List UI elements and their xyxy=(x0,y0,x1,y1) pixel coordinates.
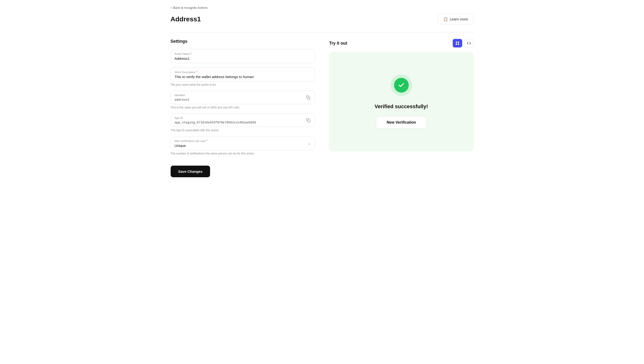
short-description-hint: Tell your users what the action is for. xyxy=(171,83,315,86)
back-link-label: Back to Incognito Actions xyxy=(173,6,207,10)
max-verifications-value: Unique xyxy=(175,144,186,148)
svg-rect-1 xyxy=(308,120,310,122)
short-description-input[interactable] xyxy=(175,75,311,79)
max-verifications-hint: The number of verifications the same per… xyxy=(171,152,315,155)
save-changes-button[interactable]: Save Changes xyxy=(171,166,210,177)
svg-rect-0 xyxy=(308,97,310,99)
learn-more-button[interactable]: 📋 Learn more xyxy=(438,14,474,24)
short-description-required: * xyxy=(196,70,197,74)
verified-card: Verified successfully! New Verification xyxy=(329,52,474,152)
max-verifications-required: * xyxy=(206,139,208,142)
action-name-box: Action Name * xyxy=(171,49,315,63)
check-circle-inner xyxy=(394,78,409,92)
back-link[interactable]: ‹ Back to Incognito Actions xyxy=(171,6,474,10)
app-id-hint: The App ID associated with this action xyxy=(171,128,315,132)
check-circle-outer xyxy=(391,74,412,96)
settings-section: Settings Action Name * Short Description… xyxy=(171,39,315,177)
app-id-input[interactable] xyxy=(175,121,311,124)
max-verifications-select[interactable]: Max verifications per user * Unique ⌄ xyxy=(171,136,315,150)
identifier-input[interactable] xyxy=(175,98,311,102)
svg-rect-4 xyxy=(456,44,457,45)
back-arrow-icon: ‹ xyxy=(171,6,172,10)
copy-icon xyxy=(306,96,310,100)
copy-icon xyxy=(306,118,310,122)
svg-rect-2 xyxy=(456,42,457,43)
identifier-label: Identifier xyxy=(175,94,311,96)
action-name-input[interactable] xyxy=(175,56,311,60)
short-description-label: Short Description * xyxy=(175,70,311,74)
learn-more-label: Learn more xyxy=(450,17,468,21)
app-id-group: App ID The App ID associated with this a… xyxy=(171,114,315,132)
svg-rect-3 xyxy=(458,42,459,43)
app-id-box: App ID xyxy=(171,114,315,127)
verified-title: Verified successfully! xyxy=(374,104,428,110)
section-divider xyxy=(171,32,474,32)
try-panel: Try it out xyxy=(329,39,474,152)
app-id-label: App ID xyxy=(175,116,311,119)
checkmark-icon xyxy=(398,82,405,88)
learn-more-icon: 📋 xyxy=(443,17,448,21)
chevron-down-icon: ⌄ xyxy=(308,142,311,145)
action-name-required: * xyxy=(191,52,192,56)
identifier-hint: This is the value you will use in IDKit … xyxy=(171,106,315,109)
identifier-box: Identifier xyxy=(171,91,315,104)
identifier-group: Identifier This is the value you will us… xyxy=(171,91,315,109)
action-name-group: Action Name * xyxy=(171,49,315,63)
page-title: Address1 xyxy=(171,16,201,23)
max-verifications-label: Max verifications per user * xyxy=(175,139,311,142)
main-layout: Settings Action Name * Short Description… xyxy=(171,39,474,177)
short-description-box: Short Description * xyxy=(171,68,315,82)
page-header: Address1 📋 Learn more xyxy=(171,14,474,24)
try-view-toggles xyxy=(453,39,474,48)
try-code-view-button[interactable] xyxy=(464,39,474,48)
try-title: Try it out xyxy=(329,41,347,46)
max-verifications-group: Max verifications per user * Unique ⌄ Th… xyxy=(171,136,315,155)
try-ui-view-button[interactable] xyxy=(453,39,462,48)
identifier-copy-button[interactable] xyxy=(305,94,311,100)
new-verification-button[interactable]: New Verification xyxy=(376,116,427,128)
action-name-label: Action Name * xyxy=(175,52,311,56)
grid-icon xyxy=(455,41,460,45)
settings-title: Settings xyxy=(171,39,315,44)
app-id-copy-button[interactable] xyxy=(305,117,311,124)
svg-rect-5 xyxy=(458,44,459,45)
code-icon xyxy=(467,41,471,45)
try-header: Try it out xyxy=(329,39,474,48)
short-description-group: Short Description * Tell your users what… xyxy=(171,68,315,86)
